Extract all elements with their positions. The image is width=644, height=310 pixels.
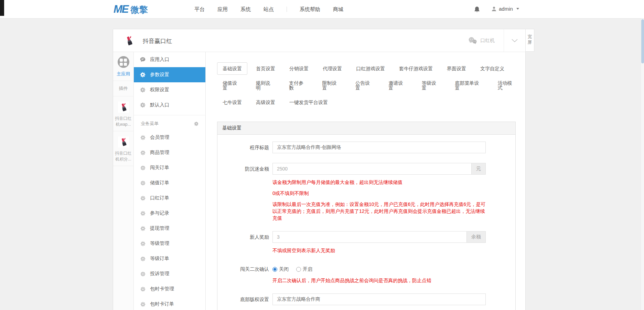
chevron-down-icon (512, 39, 518, 42)
radio-option-0[interactable]: 关闭 (272, 266, 289, 272)
menu-item-biz-3[interactable]: 储值订单 (134, 175, 205, 190)
gear-icon (140, 196, 146, 201)
menu-item-0[interactable]: 应用入口 (134, 52, 205, 67)
menu-item-label: 参数设置 (150, 72, 169, 78)
field-control: 关闭开启开启二次确认后，用户开始点商品挑战之前会询问是否真的挑战，防止点错 (272, 264, 486, 284)
gear-icon (140, 287, 146, 292)
widescreen-toggle[interactable]: 宽屏 (526, 29, 534, 52)
menu-item-biz-7[interactable]: 等级管理 (134, 236, 205, 251)
side-menu: 应用入口参数设置权限设置默认入口业务菜单会员管理商品管理闯关订单储值订单口红订单… (134, 52, 206, 310)
rail-app-1[interactable]: 抖音口红机积分... (113, 131, 133, 166)
field-label: 防沉迷金额 (224, 163, 269, 221)
field-label: 闯关二次确认 (224, 264, 269, 284)
user-menu[interactable]: admin (491, 6, 519, 12)
tab-1-6[interactable]: 等级设置 (416, 77, 446, 94)
settings-tabs: 基础设置首页设置分销设置代理设置口红游戏设置套牛仔游戏设置界面设置文字自定义储值… (217, 62, 525, 108)
rail-app-label: 抖音口红机积分... (114, 151, 132, 162)
menu-item-biz-11[interactable]: 包时卡订单 (134, 297, 205, 310)
tab-row-0: 基础设置首页设置分销设置代理设置口红游戏设置套牛仔游戏设置界面设置文字自定义 (217, 62, 525, 75)
gear-icon (140, 271, 146, 277)
top-menu-separator (287, 7, 287, 12)
menu-item-3[interactable]: 默认入口 (134, 97, 205, 113)
rail-main-app-label[interactable]: 主应用 (113, 71, 133, 77)
radio-icon (272, 267, 277, 272)
menu-item-label: 默认入口 (150, 102, 169, 108)
scrollbar-thumb[interactable] (641, 19, 644, 63)
menu-item-2[interactable]: 权限设置 (134, 82, 205, 97)
menu-item-biz-0[interactable]: 会员管理 (134, 130, 205, 145)
menu-item-label: 商品管理 (150, 149, 169, 156)
tab-1-4[interactable]: 公告设置 (350, 77, 380, 94)
top-menu-item-2[interactable]: 系统 (240, 6, 251, 13)
menu-item-label: 等级订单 (150, 256, 169, 262)
menu-item-biz-4[interactable]: 口红订单 (134, 190, 205, 206)
tab-2-1[interactable]: 高级设置 (250, 96, 281, 108)
tab-0-2[interactable]: 分销设置 (284, 62, 314, 75)
rail-main-app[interactable]: 主应用 (113, 52, 133, 81)
field-help-text: 0或不填则不限制 (272, 190, 486, 197)
field-input-4[interactable] (272, 293, 486, 305)
field-input-0[interactable] (272, 142, 486, 153)
tab-1-1[interactable]: 规则说明 (250, 77, 280, 94)
input-addon: 余额 (467, 231, 486, 243)
menu-item-label: 储值订单 (150, 180, 169, 186)
gear-icon (140, 180, 146, 186)
tab-0-4[interactable]: 口红游戏设置 (351, 62, 390, 75)
menu-item-biz-1[interactable]: 商品管理 (134, 145, 205, 160)
tab-2-0[interactable]: 七牛设置 (217, 96, 247, 108)
top-menu-item-4[interactable]: 系统帮助 (300, 6, 320, 13)
radio-group: 关闭开启 (272, 266, 486, 273)
gear-icon (140, 256, 146, 261)
tab-2-2[interactable]: 一键发货平台设置 (284, 96, 333, 108)
field-control: 余额不填或留空则表示新人无奖励 (272, 231, 486, 254)
tab-1-7[interactable]: 底部菜单设置 (449, 77, 489, 94)
scrollbar-track (641, 0, 644, 310)
app-window: 抖音赢口红 口红机 主应用 插件 抖音口红机wap...抖音口红机积分... (113, 29, 526, 310)
gear-icon (140, 226, 146, 231)
tab-0-3[interactable]: 代理设置 (317, 62, 347, 75)
main-app-grid-icon[interactable] (118, 56, 129, 68)
field-input-1[interactable] (272, 163, 472, 175)
top-menu-item-1[interactable]: 应用 (217, 6, 228, 13)
menu-item-label: 权限设置 (150, 87, 169, 93)
tab-0-7[interactable]: 文字自定义 (475, 62, 510, 75)
gear-icon (140, 241, 146, 246)
menu-settings-gear-icon[interactable] (194, 122, 198, 126)
top-menu-item-0[interactable]: 平台 (194, 6, 205, 13)
tab-0-5[interactable]: 套牛仔游戏设置 (394, 62, 438, 75)
tab-1-3[interactable]: 限制设置 (316, 77, 346, 94)
tab-1-0[interactable]: 储值设置 (217, 77, 247, 94)
settings-form: 程序标题防沉迷金额元该金额为限制用户每月储值的最大金额，超出则无法继续储值0或不… (217, 135, 515, 310)
menu-item-label: 等级管理 (150, 240, 169, 247)
field-help-text: 该限制以最后一次充值为准，例如：设置金额10元，用户已充值6元，此时用户选择再充… (272, 201, 486, 221)
menu-item-label: 应用入口 (150, 56, 169, 63)
notification-bell-icon[interactable] (474, 6, 480, 14)
account-selector[interactable]: 口红机 (468, 37, 504, 44)
menu-item-biz-2[interactable]: 闯关订单 (134, 160, 205, 175)
tab-0-1[interactable]: 首页设置 (250, 62, 281, 75)
rail-plugins-label[interactable]: 插件 (113, 81, 133, 96)
tab-0-6[interactable]: 界面设置 (441, 62, 472, 75)
menu-item-biz-9[interactable]: 投诉管理 (134, 266, 205, 281)
radio-option-1[interactable]: 开启 (296, 266, 312, 272)
app-title: 抖音赢口红 (143, 37, 172, 45)
rail-app-0[interactable]: 抖音口红机wap... (113, 96, 133, 131)
menu-item-biz-6[interactable]: 提现管理 (134, 221, 205, 236)
menu-item-biz-10[interactable]: 包时卡管理 (134, 281, 205, 297)
field-input-2[interactable] (272, 231, 467, 243)
top-menu-item-5[interactable]: 商城 (333, 6, 343, 13)
menu-item-biz-5[interactable]: 参与记录 (134, 206, 205, 221)
menu-item-biz-8[interactable]: 等级订单 (134, 251, 205, 266)
topbar: ME 微擎 平台应用系统站点系统帮助商城 admin (0, 0, 644, 19)
collapse-header-button[interactable] (504, 29, 525, 52)
rail-apps: 抖音口红机wap...抖音口红机积分... (113, 96, 133, 166)
lipstick-app-icon (118, 143, 129, 148)
logo[interactable]: ME 微擎 (114, 3, 148, 16)
tab-0-0[interactable]: 基础设置 (217, 62, 247, 75)
tab-1-8[interactable]: 活动模式 (492, 77, 522, 94)
form-field-1: 防沉迷金额元该金额为限制用户每月储值的最大金额，超出则无法继续储值0或不填则不限… (224, 163, 515, 221)
top-menu-item-3[interactable]: 站点 (264, 6, 274, 13)
tab-1-2[interactable]: 支付参数 (283, 77, 313, 94)
tab-1-5[interactable]: 邀请设置 (383, 77, 413, 94)
menu-item-1[interactable]: 参数设置 (134, 67, 205, 82)
